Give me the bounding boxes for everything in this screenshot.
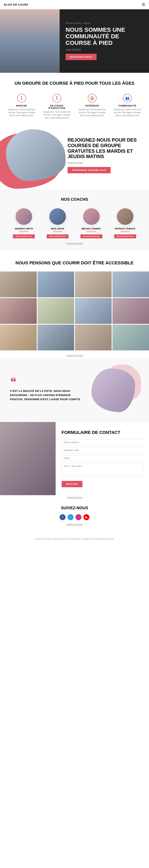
coaches-grid: AMANDA SMITH Entraîneur EN SAVOIR PLUS N… [6,208,143,238]
marche-text: Sample text. Click to select the text bo… [7,108,36,117]
hero-img-credit: Image de Freepik [66,49,143,51]
coach-role-patrick: Entraîneur [110,230,140,232]
join-button[interactable]: REJOIGNEZ NOUS [66,54,97,60]
photo-4 [113,272,149,297]
marche-icon: 🚶 [17,94,26,102]
contact-section: FORMULAIRE DE CONTACT ENVOYER [0,422,149,495]
hero-content: COURS AVEC NOUS NOUS SOMMES UNE COMMUNAU… [59,9,149,73]
join-image-inner [6,129,66,181]
join-img-credit: Image de Freepik [68,162,143,164]
contact-form: FORMULAIRE DE CONTACT ENVOYER [56,422,149,495]
photo-9 [0,324,37,350]
coach-btn-megan[interactable]: EN SAVOIR PLUS [80,235,102,238]
email-input[interactable] [61,447,143,453]
coach-role-megan: Entraîneur [76,230,106,232]
photo-credit: Images de Freepik [0,354,149,359]
coach-btn-amanda[interactable]: EN SAVOIR PLUS [13,235,35,238]
communaute-text: Sample text. Click to select the text bo… [113,108,142,117]
feature-running: 🏃 EN COURS D'EXÉCUTION Sample text. Clic… [39,92,75,121]
submit-button[interactable]: ENVOYER [61,481,82,487]
coach-megan: MEGAN CONWAY Entraîneur EN SAVOIR PLUS [76,208,106,238]
running-text: Sample text. Click to select the text bo… [42,111,72,119]
photo-5 [0,298,37,324]
email-field-group [61,447,143,453]
coach-name-amanda: AMANDA SMITH [9,227,39,230]
feature-communaute: 👥 COMMUNAUTÉ Sample text. Click to selec… [110,92,145,121]
marche-title: MARCHE [7,104,36,107]
hero-image [0,9,59,73]
twitter-icon[interactable]: t [68,514,74,520]
coaches-title: NOS COACHS [6,197,143,202]
follow-section: SUIVEZ-NOUS f t i ▶ Images de Freepik [0,500,149,535]
coach-avatar-megan [82,208,100,225]
follow-img-credit: Images de Freepik [8,523,141,526]
join-image [6,129,66,181]
communaute-title: COMMUNAUTÉ [113,104,142,107]
instagram-icon[interactable]: i [75,514,81,520]
feature-marche: 🚶 MARCHE Sample text. Click to select th… [4,92,39,121]
interieur-icon: 🏠 [88,94,97,102]
hero-label: COURS AVEC NOUS [66,22,143,24]
join-title: REJOIGNEZ-NOUS POUR DES COURSES DE GROUP… [68,137,143,159]
facebook-icon[interactable]: f [59,514,66,520]
quote-image [91,368,135,412]
contact-img-credit: Image de Freepik [0,495,149,500]
interieur-title: INTÉRIEUR [77,104,107,107]
message-field-group [61,463,143,478]
coach-name-patrick: PATRICK FRANCK [110,227,140,230]
join-content: REJOIGNEZ-NOUS POUR DES COURSES DE GROUP… [59,129,149,177]
photo-3 [75,272,111,297]
quote-text: C'EST LA BEAUTÉ DE LA PISTE. NOUS NOUS E… [10,389,83,401]
coach-avatar-nick [49,208,67,225]
running-title: EN COURS D'EXÉCUTION [42,104,72,109]
quote-left: ❝ C'EST LA BEAUTÉ DE LA PISTE. NOUS NOUS… [10,379,83,401]
quote-image-container [91,368,139,412]
coach-avatar-img-megan [83,208,100,225]
coach-avatar-patrick [116,208,134,225]
coach-avatar-img-nick [49,208,66,225]
coach-btn-patrick[interactable]: EN SAVOIR PLUS [114,235,136,238]
subject-input[interactable] [61,455,143,461]
coach-avatar-img-amanda [16,208,32,225]
photo-1 [0,272,37,297]
coach-role-amanda: Entraîneur [9,230,39,232]
group-title: UN GROUPE DE COURSE À PIED POUR TOUS LES… [0,73,149,90]
message-textarea[interactable] [61,463,143,477]
quote-image-inner [91,368,135,412]
coach-btn-nick[interactable]: EN SAVOIR PLUS [47,235,69,238]
contact-image [0,422,56,495]
contact-title: FORMULAIRE DE CONTACT [61,430,143,435]
name-input[interactable] [61,439,143,445]
hamburger-icon[interactable]: ☰ [142,2,145,7]
hero-title: NOUS SOMMES UNE COMMUNAUTÉ DE COURSE À P… [66,26,143,46]
coach-avatar-img-patrick [117,208,133,225]
nav-logo: BLOG EN COURS [4,3,28,6]
name-field-group [61,439,143,445]
features-section: 🚶 MARCHE Sample text. Click to select th… [0,90,149,129]
quote-section: ❝ C'EST LA BEAUTÉ DE LA PISTE. NOUS NOUS… [0,359,149,422]
hero-section: COURS AVEC NOUS NOUS SOMMES UNE COMMUNAU… [0,9,149,73]
quote-mark-icon: ❝ [10,379,83,385]
coach-nick: NICK DAVIS Entraîneur EN SAVOIR PLUS [43,208,73,238]
join-section: REJOIGNEZ-NOUS POUR DES COURSES DE GROUP… [0,129,149,189]
hero-person-silhouette [0,9,59,73]
accessible-section: NOUS PENSONS QUE COURIR DOIT ÊTRE ACCESS… [0,250,149,268]
social-icons-group: f t i ▶ [8,514,141,520]
photo-2 [38,272,74,297]
coach-patrick: PATRICK FRANCK Entraîneur EN SAVOIR PLUS [110,208,140,238]
coaches-section: NOS COACHS AMANDA SMITH Entraîneur EN SA… [0,189,149,250]
photo-11 [75,324,111,350]
contact-image-inner [0,422,56,495]
photo-6 [38,298,74,324]
learn-more-button[interactable]: APPRENDRE ENCORE PLUS [68,167,111,173]
footer-sample-text: Sample text. Click to select the text bo… [0,535,149,547]
navigation: BLOG EN COURS ☰ [0,0,149,9]
running-icon: 🏃 [52,94,61,102]
coach-role-nick: Entraîneur [43,230,73,232]
coach-name-nick: NICK DAVIS [43,227,73,230]
coach-amanda: AMANDA SMITH Entraîneur EN SAVOIR PLUS [9,208,39,238]
youtube-icon[interactable]: ▶ [83,514,90,520]
coach-name-megan: MEGAN CONWAY [76,227,106,230]
coach-avatar-amanda [15,208,33,225]
feature-interieur: 🏠 INTÉRIEUR Sample text. Click to select… [74,92,110,121]
